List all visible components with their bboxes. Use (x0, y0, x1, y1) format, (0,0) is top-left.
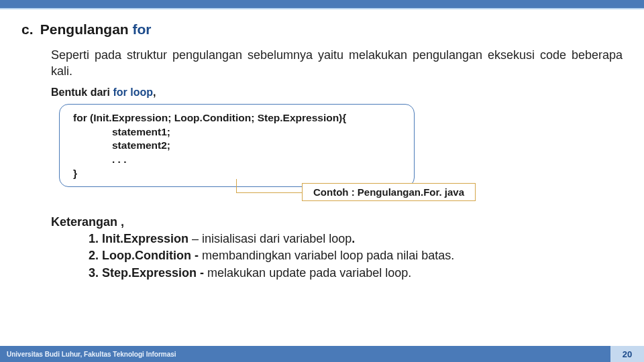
item-number: 1. (89, 232, 99, 245)
footer-bar: Universitas Budi Luhur, Fakultas Teknolo… (0, 346, 644, 362)
heading-marker: c. (21, 21, 36, 38)
list-item: 2. Loop.Condition - membandingkan variab… (89, 247, 623, 264)
form-prefix: Bentuk dari (51, 86, 113, 98)
form-suffix: , (153, 86, 156, 98)
item-number: 3. (89, 266, 99, 280)
connector-horizontal (236, 192, 302, 194)
item-sep: – (189, 232, 202, 245)
slide-content: c. Pengulangan for Seperti pada struktur… (0, 9, 644, 282)
page-number: 20 (610, 346, 644, 362)
list-item: 3. Step.Expression - melakukan update pa… (89, 265, 623, 282)
item-desc: melakukan update pada variabel loop. (207, 266, 411, 280)
heading-text: Pengulangan (40, 21, 133, 37)
item-sep: - (197, 266, 207, 280)
code-wrapper: for (Init.Expression; Loop.Condition; St… (59, 104, 623, 188)
item-number: 2. (89, 249, 99, 262)
code-line-4: . . . (73, 153, 400, 167)
list-item: 1. Init.Expression – inisialisasi dari v… (89, 231, 623, 247)
item-desc: membandingkan variabel loop pada nilai b… (202, 249, 454, 262)
footer-institution: Universitas Budi Luhur, Fakultas Teknolo… (0, 346, 610, 362)
item-term: Loop.Condition (102, 249, 191, 262)
section-heading: c. Pengulangan for (21, 21, 623, 38)
intro-paragraph: Seperti pada struktur pengulangan sebelu… (51, 47, 623, 80)
example-callout: Contoh : Pengulangan.For. java (302, 183, 476, 201)
top-accent-bar (0, 0, 644, 8)
form-keyword: for loop (113, 86, 153, 98)
code-line-1: for (Init.Expression; Loop.Condition; St… (73, 111, 400, 125)
item-sep: - (191, 249, 202, 262)
heading-keyword: for (133, 21, 152, 37)
form-label: Bentuk dari for loop, (51, 86, 623, 99)
item-desc: inisialisasi dari variabel loop (202, 232, 352, 245)
item-term: Init.Expression (102, 232, 189, 245)
keterangan-title: Keterangan , (51, 215, 623, 229)
item-term: Step.Expression (102, 266, 197, 280)
syntax-box: for (Init.Expression; Loop.Condition; St… (59, 104, 415, 188)
connector-vertical (236, 179, 237, 192)
keterangan-list: 1. Init.Expression – inisialisasi dari v… (89, 231, 623, 282)
code-line-3: statement2; (73, 139, 400, 153)
item-end: . (352, 232, 355, 245)
code-line-2: statement1; (73, 125, 400, 139)
